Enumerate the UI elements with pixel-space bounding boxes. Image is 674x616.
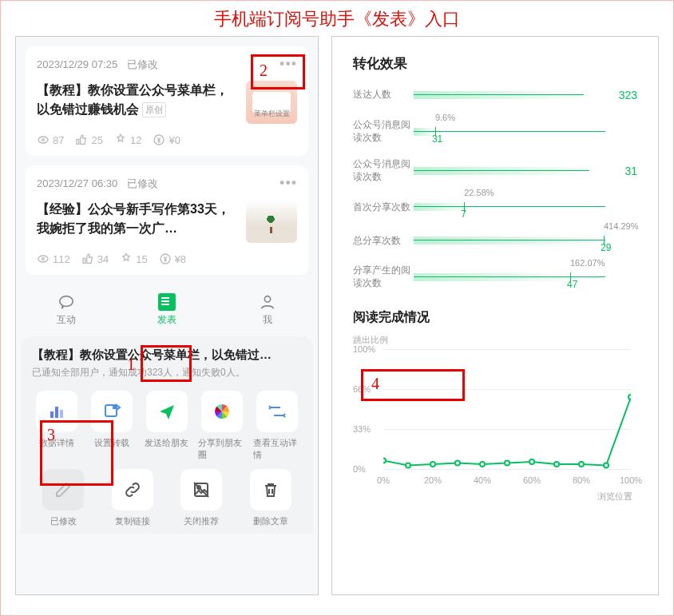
svg-point-23	[604, 463, 609, 467]
svg-point-19	[505, 460, 509, 465]
action-delete[interactable]: 删除文章	[240, 469, 303, 527]
metric-value: 29	[601, 242, 611, 253]
metric-value: 31	[624, 165, 637, 177]
svg-rect-10	[60, 410, 63, 418]
article-title: 【经验】公众号新手写作第33天，我婉拒了我的第一次广…	[37, 200, 238, 238]
section-heading-reading: 阅读完成情况	[353, 309, 637, 326]
metric-label: 首次分享次数	[353, 201, 414, 214]
action-share-moments[interactable]: 分享到朋友圈	[198, 391, 247, 461]
metric-row: 首次分享次数22.58%7	[353, 197, 637, 217]
action-copy-link[interactable]: 复制链接	[101, 469, 165, 527]
tab-me[interactable]: 我	[244, 291, 291, 328]
article-status: 已修改	[127, 58, 158, 72]
section-heading-conversion: 转化效果	[353, 54, 637, 73]
article-thumbnail	[246, 200, 297, 243]
action-data-detail[interactable]: 数据详情	[32, 391, 81, 461]
x-tick: 40%	[474, 475, 491, 485]
action-edited: 已修改	[32, 469, 95, 527]
wow-stat: 12	[114, 133, 141, 146]
reading-completion-chart: 100%66%33%0%0%20%40%60%80%100%浏览位置	[353, 349, 637, 485]
tab-interact[interactable]: 互动	[42, 291, 90, 328]
metric-row: 公众号消息阅读次数9.6%31	[353, 119, 637, 144]
likes-stat: 34	[81, 252, 109, 265]
metric-percent: 9.6%	[435, 113, 455, 122]
action-repost[interactable]: 设置转载	[87, 391, 136, 461]
bottom-tabs: 互动 发表 我	[16, 284, 318, 332]
svg-point-15	[406, 463, 410, 467]
y-tick: 33%	[353, 424, 371, 434]
svg-point-21	[554, 462, 559, 467]
wow-stat: 15	[120, 252, 147, 265]
x-tick: 100%	[620, 475, 642, 485]
metric-row: 公众号消息阅读次数31	[353, 158, 637, 183]
y-tick: 0%	[353, 464, 366, 474]
x-tick: 80%	[573, 475, 590, 485]
metric-value: 31	[432, 133, 442, 145]
x-tick: 60%	[523, 475, 541, 485]
svg-point-7	[264, 296, 270, 302]
y-tick: 100%	[353, 344, 375, 354]
metric-percent: 414.29%	[604, 221, 638, 231]
article-thumbnail: 菜单栏设置	[246, 81, 297, 124]
svg-point-3	[38, 256, 48, 262]
earn-stat: ¥0	[153, 133, 180, 146]
metric-row: 送达人数323	[353, 85, 637, 105]
svg-point-14	[383, 458, 386, 463]
metric-row: 分享产生的阅读次数162.07%47	[353, 264, 637, 289]
document-icon	[158, 293, 176, 311]
page-title: 手机端订阅号助手《发表》入口	[15, 7, 659, 31]
tab-publish[interactable]: 发表	[143, 291, 191, 328]
metric-percent: 162.07%	[570, 258, 605, 268]
metric-value: 7	[461, 209, 466, 220]
views-stat: 87	[37, 133, 64, 146]
more-icon[interactable]: •••	[280, 175, 297, 192]
action-view-detail[interactable]: 查看互动详情	[253, 391, 302, 461]
article-card[interactable]: 2023/12/29 07:25 已修改 ••• 【教程】教你设置公众号菜单栏，…	[26, 46, 308, 156]
x-tick: 20%	[424, 475, 442, 485]
x-axis-label: 浏览位置	[597, 491, 632, 503]
article-date: 2023/12/29 07:25	[37, 58, 117, 70]
svg-point-18	[480, 462, 485, 467]
y-tick: 66%	[353, 384, 371, 394]
likes-stat: 25	[75, 133, 102, 146]
metric-row: 总分享次数414.29%29	[353, 231, 637, 250]
sheet-subtitle: 已通知全部用户，通知成功323人，通知失败0人。	[32, 366, 302, 380]
svg-point-17	[455, 460, 460, 465]
metric-label: 送达人数	[353, 89, 414, 101]
views-stat: 112	[37, 252, 70, 265]
metric-percent: 22.58%	[464, 188, 494, 197]
x-tick: 0%	[377, 475, 390, 485]
mobile-panel: 2023/12/29 07:25 已修改 ••• 【教程】教你设置公众号菜单栏，…	[15, 36, 319, 595]
article-date: 2023/12/27 06:30	[37, 177, 117, 189]
metric-value: 323	[619, 89, 637, 101]
earn-stat: ¥8	[159, 252, 186, 265]
metric-label: 分享产生的阅读次数	[353, 264, 414, 289]
action-close-recommend[interactable]: 关闭推荐	[170, 469, 233, 527]
svg-rect-9	[55, 407, 58, 418]
original-tag: 原创	[142, 102, 166, 117]
svg-point-0	[38, 137, 48, 143]
article-title: 【教程】教你设置公众号菜单栏，以免错过赚钱机会 原创	[37, 81, 238, 119]
svg-point-4	[42, 258, 45, 260]
action-sheet: 【教程】教你设置公众号菜单栏，以免错过… 已通知全部用户，通知成功323人，通知…	[21, 336, 313, 534]
metric-value: 47	[567, 279, 577, 290]
metric-label: 公众号消息阅读次数	[353, 119, 414, 144]
svg-point-16	[430, 462, 435, 467]
svg-point-20	[529, 459, 534, 464]
action-send-friend[interactable]: 发送给朋友	[142, 391, 191, 461]
article-card[interactable]: 2023/12/27 06:30 已修改 ••• 【经验】公众号新手写作第33天…	[26, 165, 308, 275]
metric-label: 公众号消息阅读次数	[353, 158, 414, 183]
metric-label: 总分享次数	[353, 235, 414, 248]
sheet-title: 【教程】教你设置公众号菜单栏，以免错过…	[32, 348, 302, 363]
more-icon[interactable]: •••	[280, 56, 297, 73]
svg-point-22	[579, 462, 584, 467]
y-axis-label: 跳出比例	[353, 334, 637, 346]
article-status: 已修改	[127, 177, 158, 191]
analytics-panel: 转化效果 送达人数323公众号消息阅读次数9.6%31公众号消息阅读次数31首次…	[331, 36, 659, 595]
svg-rect-8	[50, 411, 54, 418]
svg-point-6	[60, 296, 73, 307]
svg-point-1	[42, 139, 45, 141]
svg-point-24	[628, 395, 631, 399]
